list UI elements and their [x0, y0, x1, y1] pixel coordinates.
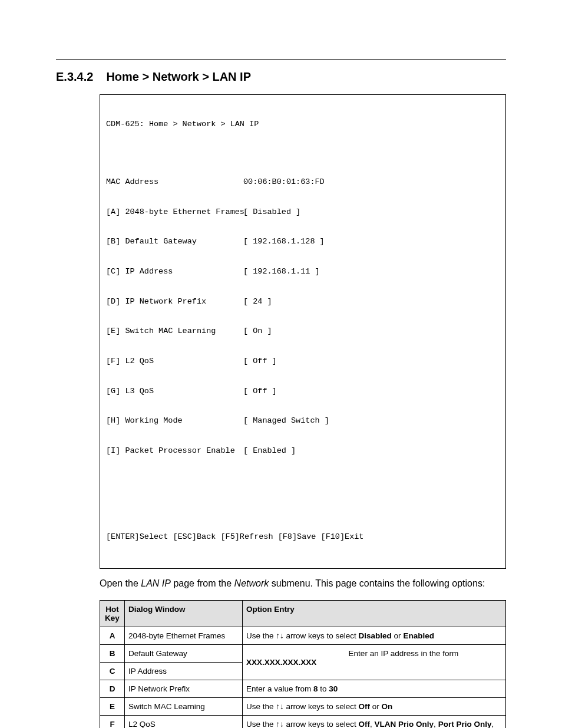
terminal-row: [D] IP Network Prefix[ 24 ]: [106, 297, 500, 307]
terminal-footer: [ENTER]Select [ESC]Back [F5]Refresh [F8]…: [106, 532, 500, 542]
terminal-row: [I] Packet Processor Enable[ Enabled ]: [106, 446, 500, 456]
terminal-row: [F] L2 QoS[ Off ]: [106, 357, 500, 367]
section-number: E.3.4.2: [56, 70, 93, 83]
terminal-row: [E] Switch MAC Learning[ On ]: [106, 327, 500, 337]
top-rule: [56, 59, 506, 60]
option-entry: Use the ↑↓ arrow keys to select Disabled…: [243, 627, 506, 645]
intro-paragraph: Open the LAN IP page from the Network su…: [100, 577, 506, 590]
page: E.3.4.2Home > Network > LAN IP CDM-625: …: [0, 0, 562, 728]
table-row: E Switch MAC Learning Use the ↑↓ arrow k…: [100, 698, 506, 716]
table-row: F L2 QoS Use the ↑↓ arrow keys to select…: [100, 716, 506, 728]
terminal-title: CDM-625: Home > Network > LAN IP: [106, 120, 500, 130]
terminal-row: [G] L3 QoS[ Off ]: [106, 387, 500, 397]
table-row: D IP Network Prefix Enter a value from 8…: [100, 680, 506, 698]
terminal-display: CDM-625: Home > Network > LAN IP MAC Add…: [100, 94, 506, 569]
option-entry: Enter a value from 8 to 30: [243, 680, 506, 698]
col-dialog-window: Dialog Window: [125, 601, 243, 627]
terminal-row: [C] IP Address[ 192.168.1.11 ]: [106, 267, 500, 277]
option-entry: Enter an IP address in the form XXX.XXX.…: [243, 645, 506, 680]
table-row: B Default Gateway Enter an IP address in…: [100, 645, 506, 663]
terminal-row: [H] Working Mode[ Managed Switch ]: [106, 416, 500, 426]
terminal-row: [A] 2048-byte Ethernet Frames[ Disabled …: [106, 207, 500, 218]
table-header-row: Hot Key Dialog Window Option Entry: [100, 601, 506, 627]
col-hot-key: Hot Key: [100, 601, 125, 627]
col-option-entry: Option Entry: [243, 601, 506, 627]
section-title: Home > Network > LAN IP: [106, 70, 251, 83]
terminal-row: MAC Address00:06:B0:01:63:FD: [106, 177, 500, 187]
options-table: Hot Key Dialog Window Option Entry A 204…: [100, 600, 506, 728]
section-heading: E.3.4.2Home > Network > LAN IP: [56, 70, 506, 84]
option-entry: Use the ↑↓ arrow keys to select Off, VLA…: [243, 716, 506, 728]
option-entry: Use the ↑↓ arrow keys to select Off or O…: [243, 698, 506, 716]
table-row: A 2048-byte Ethernet Frames Use the ↑↓ a…: [100, 627, 506, 645]
terminal-row: [B] Default Gateway[ 192.168.1.128 ]: [106, 237, 500, 247]
